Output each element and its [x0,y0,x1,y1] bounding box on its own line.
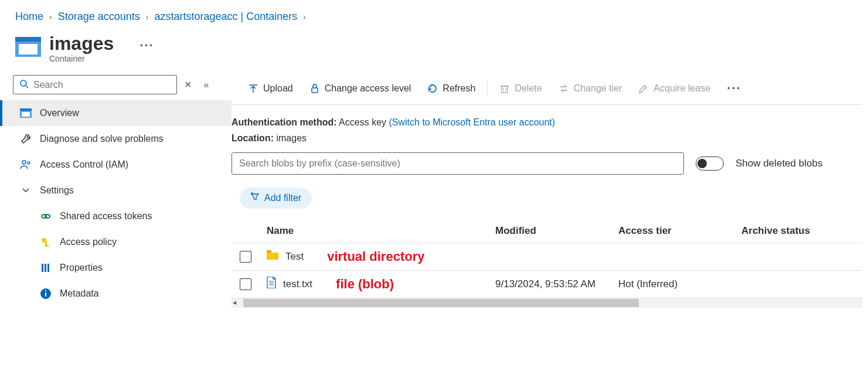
add-filter-button[interactable]: Add filter [240,188,312,209]
chevron-down-icon [20,185,32,196]
button-label: Acquire lease [653,83,710,94]
row-name: Test [285,251,304,263]
svg-rect-14 [45,245,49,247]
auth-method-value: Access key [339,117,386,127]
svg-point-8 [22,161,26,164]
blob-search[interactable] [232,152,684,175]
chevron-right-icon: › [303,12,306,22]
sidebar-item-diagnose[interactable]: Diagnose and solve problems [0,126,232,152]
col-name[interactable]: Name [262,219,491,243]
row-checkbox[interactable] [240,251,251,263]
sidebar-item-iam[interactable]: Access Control (IAM) [0,152,232,178]
row-name: test.txt [283,278,312,290]
svg-rect-2 [19,44,38,55]
button-label: Change tier [574,83,622,94]
row-modified: 9/13/2024, 9:53:52 AM [491,270,614,298]
svg-line-4 [26,86,28,88]
scrollbar-thumb[interactable] [243,299,639,307]
blob-search-input[interactable] [232,152,684,175]
table-row[interactable]: test.txt file (blob) 9/13/2024, 9:53:52 … [232,270,862,298]
sidebar-item-label: Diagnose and solve problems [40,134,164,144]
annotation: file (blob) [319,277,394,292]
sidebar-group-settings[interactable]: Settings [0,178,232,203]
breadcrumb-container[interactable]: azstartstorageacc | Containers [154,11,297,23]
change-access-level-button[interactable]: Change access level [301,80,420,97]
link-icon [40,210,52,222]
more-actions-button[interactable]: ··· [139,38,154,53]
button-label: Add filter [264,193,301,203]
annotation: virtual directory [311,249,424,264]
refresh-icon [427,83,438,94]
location-value: images [276,133,307,143]
page-subtitle: Container [49,54,154,63]
col-tier[interactable]: Access tier [614,219,737,243]
people-icon [20,159,32,171]
horizontal-scrollbar[interactable] [232,298,862,308]
key-icon [40,236,52,248]
chevron-right-icon: › [146,12,149,22]
acquire-lease-button: Acquire lease [630,80,719,97]
sidebar-search[interactable] [13,75,177,94]
svg-rect-16 [45,264,46,272]
svg-rect-30 [267,250,271,253]
svg-rect-20 [45,290,46,291]
col-archive[interactable]: Archive status [737,219,862,243]
sidebar-item-label: Shared access tokens [60,211,152,222]
sidebar-item-overview[interactable]: Overview [0,100,232,126]
properties-icon [40,262,52,274]
sidebar-item-label: Metadata [60,288,99,299]
show-deleted-toggle[interactable] [696,156,724,171]
toolbar-more-button[interactable]: ··· [719,81,749,96]
location-label: Location: [232,133,274,143]
show-deleted-label: Show deleted blobs [736,158,822,169]
breadcrumb-home[interactable]: Home [15,11,43,23]
refresh-button[interactable]: Refresh [419,80,484,97]
sidebar-item-metadata[interactable]: Metadata [0,281,232,307]
button-label: Delete [515,83,542,94]
svg-rect-17 [47,264,49,272]
sidebar-search-input[interactable] [33,80,171,90]
row-checkbox[interactable] [240,278,251,290]
switch-auth-link[interactable]: (Switch to Microsoft Entra user account) [389,117,555,127]
breadcrumb: Home › Storage accounts › azstartstorage… [0,0,868,28]
toggle-knob [697,159,707,168]
svg-rect-15 [42,264,43,272]
add-filter-icon [250,192,260,204]
file-icon [267,277,276,291]
sidebar-item-label: Settings [40,185,74,196]
sidebar-item-sas[interactable]: Shared access tokens [0,203,232,229]
lease-icon [638,83,649,94]
blobs-table: Name Modified Access tier Archive status… [232,219,862,298]
page-title: images [49,33,114,54]
svg-rect-24 [502,86,508,93]
main-content: Upload Change access level Refresh Delet… [232,75,868,307]
row-tier: Hot (Inferred) [614,270,737,298]
sidebar-item-label: Properties [60,263,103,273]
upload-button[interactable]: Upload [240,80,301,97]
delete-button: Delete [491,80,550,97]
trash-icon [499,83,510,94]
change-tier-button: Change tier [550,80,631,97]
search-icon [19,79,29,90]
table-header-row: Name Modified Access tier Archive status [232,219,862,243]
svg-rect-23 [312,88,318,93]
wrench-icon [20,133,32,145]
sidebar-item-label: Access Control (IAM) [40,159,128,170]
button-label: Upload [263,83,293,94]
col-modified[interactable]: Modified [491,219,614,243]
breadcrumb-storage-accounts[interactable]: Storage accounts [58,11,140,23]
auth-method-label: Authentication method: [232,117,337,127]
sidebar-item-properties[interactable]: Properties [0,255,232,281]
clear-search-button[interactable]: ✕ [179,77,196,93]
sidebar-item-access-policy[interactable]: Access policy [0,229,232,255]
table-row[interactable]: Test virtual directory [232,243,862,270]
svg-point-9 [28,162,30,164]
container-icon [20,107,32,119]
collapse-sidebar-button[interactable]: « [198,77,215,93]
sidebar-item-label: Access policy [60,237,117,247]
info-bar: Authentication method: Access key (Switc… [232,105,862,152]
page-header: images ··· Container [0,28,868,75]
svg-rect-7 [22,112,30,117]
button-label: Refresh [442,83,475,94]
row-tier [614,243,737,270]
